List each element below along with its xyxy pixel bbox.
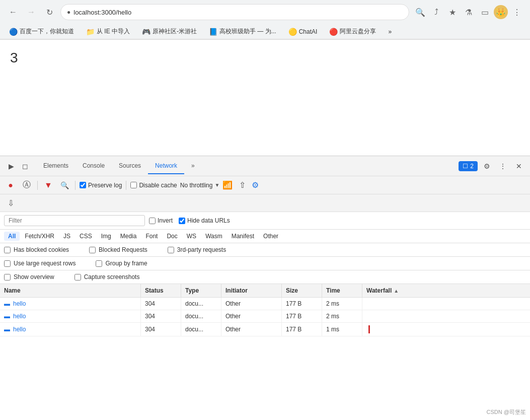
invert-checkbox[interactable]: [149, 218, 156, 224]
bookmark-chatai-label: ChatAI: [299, 28, 318, 35]
third-party-option[interactable]: 3rd-party requests: [168, 246, 226, 253]
header-type-text: Type: [185, 287, 199, 294]
bookmark-more[interactable]: »: [385, 27, 395, 36]
bookmark-chatai[interactable]: 🟡 ChatAI: [285, 27, 321, 37]
table-row[interactable]: ▬ hello 304 docu... Other 177 B 2 ms: [0, 310, 530, 323]
header-status[interactable]: Status: [141, 284, 181, 297]
reload-button[interactable]: ↻: [42, 5, 56, 19]
more-menu-icon[interactable]: ⋮: [510, 5, 524, 19]
devtools-settings-icon[interactable]: ⚙: [480, 159, 494, 173]
forward-button[interactable]: →: [24, 5, 38, 19]
tab-more[interactable]: »: [184, 158, 202, 174]
throttle-select[interactable]: No throttling ▼: [180, 182, 220, 189]
large-rows-label: Use large request rows: [14, 260, 75, 267]
capture-screenshots-checkbox[interactable]: [74, 274, 81, 281]
capture-screenshots-option[interactable]: Capture screenshots: [74, 273, 140, 281]
disable-cache-checkbox-label[interactable]: Disable cache: [130, 182, 177, 189]
tab-network[interactable]: Network: [148, 158, 184, 174]
has-blocked-cookies-option[interactable]: Has blocked cookies: [4, 246, 69, 253]
address-bar[interactable]: ● localhost:3000/hello: [60, 4, 409, 20]
type-filter-font[interactable]: Font: [141, 232, 162, 241]
disable-cache-checkbox[interactable]: [130, 182, 137, 188]
cast-icon[interactable]: ▭: [478, 5, 492, 19]
row1-type: docu...: [181, 298, 221, 310]
devtools-device-icon[interactable]: ◻: [18, 159, 32, 173]
bookmark-genshin[interactable]: 🎮 原神社区-米游社: [139, 26, 200, 37]
invert-checkbox-label[interactable]: Invert: [149, 217, 173, 224]
header-size[interactable]: Size: [282, 284, 322, 297]
large-rows-option[interactable]: Use large request rows: [4, 260, 75, 267]
bookmark-ie[interactable]: 📁 从 IE 中导入: [83, 26, 133, 37]
bookmark-aliyun[interactable]: 🔴 阿里云盘分享: [326, 26, 379, 37]
filter-toggle-button[interactable]: ▼: [42, 179, 55, 192]
console-badge-button[interactable]: ☐ 2: [459, 161, 478, 171]
type-filter-css[interactable]: CSS: [75, 232, 96, 241]
header-type[interactable]: Type: [181, 284, 221, 297]
preserve-log-checkbox-label[interactable]: Preserve log: [80, 182, 122, 189]
type-filter-js[interactable]: JS: [59, 232, 74, 241]
header-name[interactable]: Name: [0, 284, 141, 297]
third-party-checkbox[interactable]: [168, 247, 174, 253]
download-button[interactable]: ⇩: [4, 196, 17, 209]
bookmark-school[interactable]: 📘 高校班级助手 — 为...: [206, 26, 279, 37]
type-filter-all[interactable]: All: [4, 232, 20, 241]
search-button[interactable]: 🔍: [58, 179, 71, 192]
share-icon[interactable]: ⤴: [429, 5, 443, 19]
header-waterfall[interactable]: Waterfall ▲: [362, 284, 530, 297]
devtools-more-icon[interactable]: ⋮: [496, 159, 510, 173]
type-filter-other[interactable]: Other: [259, 232, 282, 241]
type-filter-manifest[interactable]: Manifest: [228, 232, 258, 241]
table-row[interactable]: ▬ hello 304 docu... Other 177 B 1 ms: [0, 323, 530, 336]
bookmark-star-icon[interactable]: ★: [445, 5, 460, 19]
zoom-icon[interactable]: 🔍: [413, 5, 427, 19]
show-overview-checkbox[interactable]: [4, 274, 11, 281]
extension-icon[interactable]: ⚗: [462, 5, 476, 19]
bookmark-school-label: 高校班级助手 — 为...: [219, 27, 276, 36]
profile-avatar[interactable]: 👑: [494, 5, 508, 19]
row3-name: ▬ hello: [0, 323, 141, 336]
back-button[interactable]: ←: [6, 5, 20, 19]
table-row[interactable]: ▬ hello 304 docu... Other 177 B 2 ms: [0, 298, 530, 310]
tab-sources[interactable]: Sources: [112, 158, 148, 174]
type-filter-fetch[interactable]: Fetch/XHR: [21, 232, 58, 241]
network-settings-icon[interactable]: ⚙: [252, 180, 259, 190]
hide-data-urls-checkbox[interactable]: [179, 218, 185, 224]
tab-console[interactable]: Console: [75, 158, 112, 174]
record-button[interactable]: ●: [4, 179, 17, 192]
bookmark-baidu[interactable]: 🔵 百度一下，你就知道: [6, 26, 77, 37]
type-filter-img[interactable]: Img: [97, 232, 115, 241]
header-time-text: Time: [326, 287, 340, 294]
row3-initiator: Other: [221, 323, 282, 336]
blocked-requests-option[interactable]: Blocked Requests: [89, 246, 147, 253]
hide-data-urls-checkbox-label[interactable]: Hide data URLs: [179, 217, 230, 224]
header-name-text: Name: [4, 287, 21, 294]
header-initiator[interactable]: Initiator: [221, 284, 282, 297]
show-overview-option[interactable]: Show overview: [4, 273, 54, 281]
browser-toolbar-icons: 🔍 ⤴ ★ ⚗ ▭ 👑 ⋮: [413, 5, 524, 19]
tab-elements[interactable]: Elements: [36, 158, 75, 174]
preserve-log-checkbox[interactable]: [80, 182, 86, 188]
type-filter-ws[interactable]: WS: [183, 232, 200, 241]
group-by-frame-option[interactable]: Group by frame: [96, 260, 147, 267]
row2-waterfall: [362, 310, 530, 322]
row3-waterfall: [362, 323, 530, 336]
row3-type: docu...: [181, 323, 221, 336]
devtools-close-icon[interactable]: ✕: [512, 159, 526, 173]
type-filter-doc[interactable]: Doc: [163, 232, 181, 241]
upload-button[interactable]: ⇧: [236, 179, 249, 192]
toolbar-separator-1: [37, 181, 38, 190]
has-blocked-cookies-checkbox[interactable]: [4, 247, 11, 253]
type-filter-media[interactable]: Media: [116, 232, 141, 241]
large-rows-checkbox[interactable]: [4, 260, 11, 267]
row2-size: 177 B: [282, 310, 322, 322]
wifi-icon[interactable]: 📶: [222, 180, 233, 190]
type-filter-wasm[interactable]: Wasm: [201, 232, 226, 241]
filter-input[interactable]: [4, 215, 145, 226]
group-by-frame-checkbox[interactable]: [96, 260, 102, 267]
clear-button[interactable]: Ⓐ: [20, 179, 33, 192]
third-party-label: 3rd-party requests: [177, 246, 226, 253]
blocked-requests-checkbox[interactable]: [89, 247, 96, 253]
table-header: Name Status Type Initiator Size Time Wat…: [0, 284, 530, 298]
devtools-cursor-icon[interactable]: ▶: [4, 159, 18, 173]
header-time[interactable]: Time: [322, 284, 362, 297]
